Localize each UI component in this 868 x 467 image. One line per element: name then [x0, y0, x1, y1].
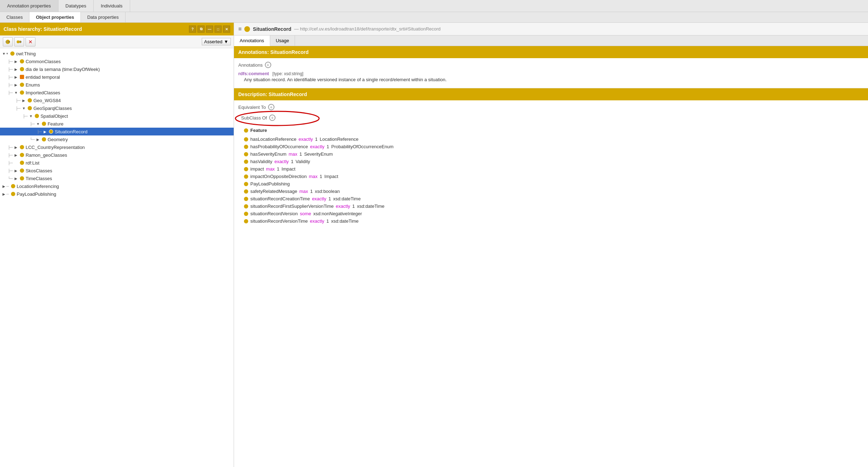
toggle-common-classes[interactable]: ▶ [13, 59, 18, 64]
prop-dot-8 [244, 189, 248, 194]
tree-item-entidad-temporal[interactable]: ├─ ▶ entidad temporal [0, 73, 234, 81]
tab-annotation-properties[interactable]: Annotation properties [0, 0, 59, 12]
header-icon-pin[interactable]: ⧉ [197, 26, 205, 33]
dot-lcc-country [20, 145, 24, 149]
prop-safety-related-message: safetyRelatedMessage max 1 xsd:boolean [244, 188, 864, 195]
tree-item-feature[interactable]: ├─ ▼ Feature [0, 120, 234, 128]
toggle-dia-semana[interactable]: ▶ [13, 67, 18, 72]
tab-data-properties[interactable]: Data properties [81, 12, 126, 22]
tree-item-skos-classes[interactable]: ├─ ▶ SkosClasses [0, 167, 234, 174]
prop-situation-record-version-time: situationRecordVersionTime exactly 1 xsd… [244, 217, 864, 225]
add-sibling-button[interactable] [14, 37, 24, 46]
svg-point-1 [6, 41, 8, 43]
tree-item-rdf-list[interactable]: ├─ rdf:List [0, 159, 234, 167]
toggle-lcc-country[interactable]: ▶ [13, 145, 18, 150]
tab-usage[interactable]: Usage [270, 35, 295, 46]
add-annotation-button[interactable]: + [265, 62, 271, 68]
annotation-type: [type: xsd:string] [272, 71, 303, 76]
tree-item-owl-thing[interactable]: ▼ ▾ owl:Thing [0, 50, 234, 57]
tree-item-enums[interactable]: ├─ ▶ Enums [0, 81, 234, 89]
class-hierarchy-toolbar: ✕ Asserted ▼ [0, 35, 234, 48]
toggle-owl-thing[interactable]: ▼ [1, 51, 6, 56]
tab-individuals[interactable]: Individuals [94, 0, 130, 12]
prop-dot-4 [244, 160, 248, 164]
tree-item-situation-record[interactable]: ├─ ▶ SituationRecord [0, 128, 234, 135]
dot-enums [20, 83, 24, 87]
annotation-value: Any situation record. An identifiable ve… [244, 77, 864, 82]
right-panel-tabs: Annotations Usage [234, 35, 868, 46]
entity-title: SituationRecord [253, 26, 291, 32]
dot-entidad-temporal [20, 75, 24, 79]
dot-owl-thing [10, 51, 15, 56]
prop-dot-11 [244, 212, 248, 216]
tree-item-geometry[interactable]: └─ ▶ Geometry [0, 135, 234, 143]
tab-object-properties[interactable]: Object properties [29, 12, 81, 22]
dot-time-classes [20, 176, 24, 180]
entity-header: ≡ SituationRecord — http://cef.uv.es/lod… [234, 23, 868, 35]
dot-geo-wgs84 [28, 98, 32, 102]
equivalent-to-label: Equivalent To [238, 105, 266, 110]
add-subclass-button[interactable] [3, 37, 13, 46]
annotations-section-header: Annotations: SituationRecord [234, 46, 868, 58]
prop-dot-9 [244, 197, 248, 201]
toggle-imported-classes[interactable]: ▼ [13, 90, 18, 95]
dot-ramon-geo [20, 153, 24, 157]
tab-annotations[interactable]: Annotations [234, 35, 270, 46]
asserted-select[interactable]: Asserted ▼ [202, 38, 231, 45]
toggle-skos-classes[interactable]: ▶ [13, 168, 18, 173]
class-hierarchy-tree[interactable]: ▼ ▾ owl:Thing ├─ ▶ CommonClasses ├─ ▶ [0, 48, 234, 467]
tree-item-geo-wgs84[interactable]: ├─ ▶ Geo_WGS84 [0, 96, 234, 104]
dot-common-classes [20, 59, 24, 63]
dot-payload-pub [11, 192, 15, 196]
toggle-ramon-geo[interactable]: ▶ [13, 152, 18, 157]
right-content-area: Annotations: SituationRecord Annotations… [234, 46, 868, 467]
description-content: Equivalent To + SubClass Of + [234, 100, 868, 228]
toggle-geo-wgs84[interactable]: ▶ [21, 98, 26, 103]
annotations-label: Annotations + [238, 62, 864, 68]
add-subclass-of-button[interactable]: + [269, 115, 276, 121]
dot-geometry [42, 137, 46, 141]
tree-item-lcc-country[interactable]: ├─ ▶ LCC_CountryRepresentation [0, 143, 234, 151]
prop-situation-record-creation-time: situationRecordCreationTime exactly 1 xs… [244, 195, 864, 202]
tree-item-ramon-geo[interactable]: ├─ ▶ Ramon_geoClasses [0, 151, 234, 159]
prop-has-validity: hasValidity exactly 1 Validity [244, 158, 864, 165]
tree-item-time-classes[interactable]: └─ ▶ TimeClasses [0, 174, 234, 182]
toggle-geosparql[interactable]: ▼ [21, 106, 26, 111]
tab-datatypes[interactable]: Datatypes [59, 0, 94, 12]
toggle-location-ref[interactable]: ▶ [1, 184, 6, 189]
dot-geosparql [28, 106, 32, 110]
dot-feature [42, 122, 46, 126]
entity-url: — http://cef.uv.es/lodroadtran18/def/tra… [294, 26, 440, 32]
prop-dot-5 [244, 167, 248, 171]
tree-item-location-ref[interactable]: ▶ ─ LocationReferencing [0, 182, 234, 190]
toggle-time-classes[interactable]: ▶ [13, 176, 18, 181]
tree-item-geosparql[interactable]: ├─ ▼ GeoSparqlClasses [0, 104, 234, 112]
annotation-rdfs-comment: rdfs:comment [type: xsd:string] Any situ… [238, 71, 864, 82]
tree-item-payload-pub[interactable]: ▶ ─ PayLoadPublishing [0, 190, 234, 198]
toggle-entidad-temporal[interactable]: ▶ [13, 74, 18, 79]
toggle-enums[interactable]: ▶ [13, 82, 18, 87]
entity-status-dot [244, 26, 250, 32]
toggle-spatial-object[interactable]: ▼ [28, 113, 33, 118]
tab-classes[interactable]: Classes [0, 12, 29, 22]
header-icon-minimize[interactable]: — [206, 26, 213, 33]
toggle-payload-pub[interactable]: ▶ [1, 191, 6, 196]
header-icon-help[interactable]: ? [189, 26, 196, 33]
header-icon-close[interactable]: ✕ [223, 26, 230, 33]
prop-dot-6 [244, 174, 248, 179]
tree-item-imported-classes[interactable]: ├─ ▼ ImportedClasses [0, 89, 234, 96]
tree-item-spatial-object[interactable]: ├─ ▼ SpatialObject [0, 112, 234, 120]
tree-item-dia-semana[interactable]: ├─ ▶ dia de la semana (time:DayOfWeek) [0, 65, 234, 73]
delete-button[interactable]: ✕ [26, 37, 35, 46]
add-equivalent-button[interactable]: + [268, 104, 274, 110]
equivalent-to-row: Equivalent To + [238, 104, 864, 110]
properties-list: Feature hasLocationReference exactly 1 L… [241, 127, 864, 225]
header-icon-maximize[interactable]: □ [215, 26, 222, 33]
description-section-header: Description: SituationRecord [234, 88, 868, 100]
prop-dot-2 [244, 145, 248, 149]
tree-item-common-classes[interactable]: ├─ ▶ CommonClasses [0, 57, 234, 65]
toggle-situation-record[interactable]: ▶ [43, 129, 48, 134]
class-hierarchy-header: Class hierarchy: SituationRecord ? ⧉ — □… [0, 23, 234, 35]
toggle-geometry[interactable]: ▶ [35, 137, 40, 142]
toggle-feature[interactable]: ▼ [35, 121, 40, 126]
